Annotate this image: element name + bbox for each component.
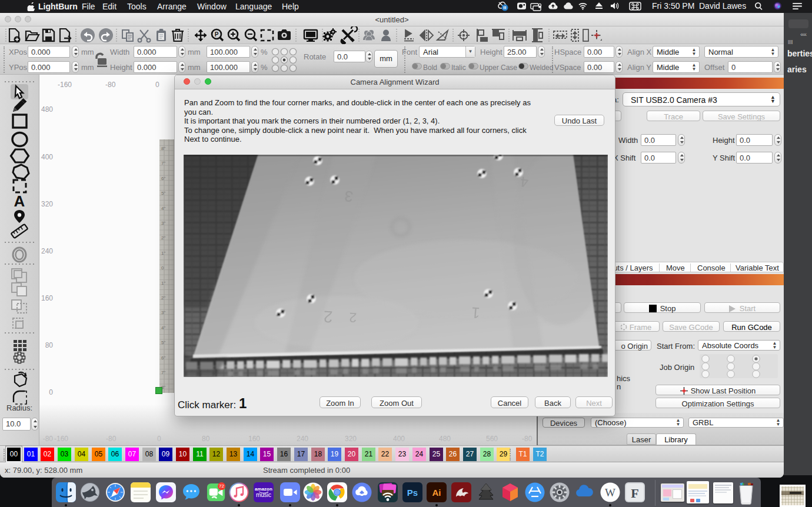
svg-text:72: 72: [219, 483, 224, 489]
svg-text:Ai: Ai: [432, 488, 441, 498]
svg-text:Ps: Ps: [407, 488, 418, 498]
svg-text:Radius:: Radius:: [6, 403, 32, 412]
svg-text:W: W: [605, 486, 615, 499]
svg-text:1: 1: [471, 304, 481, 322]
svg-text:F: F: [631, 486, 638, 501]
svg-text:3": 3": [161, 310, 165, 315]
svg-text:6": 6": [161, 355, 165, 361]
svg-text:1": 1": [161, 281, 165, 286]
svg-text:3": 3": [161, 221, 165, 226]
svg-text:7": 7": [161, 161, 165, 166]
svg-text:4: 4: [520, 174, 529, 190]
svg-text:Fri 3:50 PM: Fri 3:50 PM: [652, 1, 694, 11]
svg-text:4": 4": [161, 325, 165, 331]
svg-text:1": 1": [161, 251, 165, 256]
svg-text:David Lawes: David Lawes: [699, 1, 746, 11]
svg-text:5": 5": [161, 340, 165, 345]
svg-text:5": 5": [161, 191, 165, 196]
svg-text:6": 6": [161, 176, 165, 181]
svg-text:A: A: [14, 192, 25, 210]
svg-text:P: P: [215, 31, 219, 38]
svg-text:0: 0: [161, 265, 164, 271]
svg-text:4": 4": [161, 206, 165, 211]
svg-text:music: music: [256, 492, 271, 498]
svg-text:2: 2: [349, 310, 357, 325]
svg-text:2": 2": [161, 235, 165, 241]
svg-text:2": 2": [161, 295, 165, 301]
svg-text:7": 7": [161, 370, 165, 375]
svg-text:amazon: amazon: [255, 486, 272, 492]
svg-text:8": 8": [161, 146, 165, 151]
svg-text:2: 2: [323, 308, 333, 326]
